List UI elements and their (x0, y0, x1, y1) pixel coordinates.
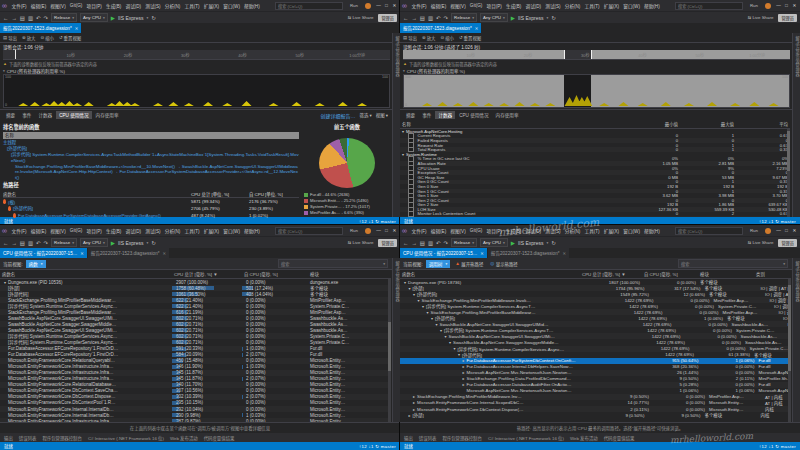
live-share-button[interactable]: ⇆Live Share (748, 240, 774, 245)
functions-col-2[interactable]: 自 CPU [毫秒, %] (242, 271, 308, 277)
menu-item[interactable]: 编辑(E) (429, 228, 448, 234)
filter-dropdown[interactable]: 筛选 ▾ (360, 112, 372, 118)
report-tool-button[interactable]: ⊕放大 (422, 35, 435, 41)
counter-row[interactable]: Number of Active Timers021.33 (400, 216, 790, 217)
nav-back-icon[interactable]: ← (3, 240, 8, 246)
menu-item[interactable]: 编辑(E) (29, 228, 48, 234)
save-icon[interactable]: ▤ (20, 15, 25, 21)
save-icon[interactable]: ▤ (420, 240, 425, 246)
live-share-button[interactable]: ⇆Live Share (748, 15, 774, 20)
panel-tab[interactable]: 输出 (4, 435, 13, 441)
report-tool-button[interactable]: ⊖缩小 (40, 35, 53, 41)
functions-col-1[interactable]: CPU 总计 [毫秒, %] ▼ (172, 271, 242, 277)
functions-col-0[interactable]: 函数名 (0, 271, 172, 277)
start-profile-label[interactable]: IIS Express (518, 15, 544, 21)
menu-item[interactable]: 测试(S) (144, 228, 163, 234)
menu-item[interactable]: 项目(P) (485, 3, 504, 9)
menu-item[interactable]: 视图(V) (449, 228, 468, 234)
menu-item[interactable]: 窗口(W) (222, 3, 242, 9)
col-total-cpu[interactable]: CPU 总计 [单位, %] (191, 191, 249, 197)
refresh-icon[interactable]: ↻ (151, 15, 156, 21)
vertical-scrollbar[interactable] (788, 279, 791, 422)
undo-icon[interactable]: ↶ (36, 15, 41, 21)
minimize-button[interactable]: — (375, 3, 382, 8)
hot-path-link[interactable]: StackExchange.Profiling.MiniProfilerBase… (3, 164, 299, 181)
calltree-col-4[interactable]: 类别 (754, 271, 791, 277)
save-all-icon[interactable]: ▥ (28, 240, 33, 246)
configuration-dropdown[interactable]: Release▾ (51, 13, 77, 22)
tool-tab-item[interactable]: 内存使用率 (493, 111, 522, 119)
report-tool-button[interactable]: ▤导出 (403, 35, 417, 41)
menu-item[interactable]: 生成(B) (104, 228, 123, 234)
function-link[interactable]: (根) (8, 199, 15, 205)
vertical-scrollbar[interactable] (787, 129, 790, 217)
report-tool-button[interactable]: ⊕放大 (22, 35, 35, 41)
report-tool-button[interactable]: ▤导出 (3, 35, 17, 41)
start-profile-label[interactable]: IIS Express (118, 15, 144, 21)
menu-item[interactable]: 生成(B) (504, 228, 523, 234)
panel-tab[interactable]: 代码度量值结果 (204, 435, 235, 441)
hot-path-row[interactable]: [外部代码]2706 (45.79%)230 (3.89%) (3, 205, 299, 212)
function-row[interactable]: Microsoft.EntityFrameworkCore.Infrastruc… (0, 418, 391, 422)
calltree-col-3[interactable]: 模块 (698, 271, 754, 277)
search-input[interactable]: 搜索▾ (678, 259, 788, 268)
menu-item[interactable]: 项目(P) (85, 228, 104, 234)
nav-forward-icon[interactable]: → (411, 15, 416, 21)
menu-item[interactable]: 调试(D) (124, 228, 143, 234)
side-tool-tab[interactable]: 解决方案资源管理器 (792, 33, 800, 217)
close-tab-icon[interactable]: ✕ (75, 26, 79, 31)
close-button[interactable]: ✕ (391, 3, 398, 8)
menu-item[interactable]: 窗口(W) (222, 228, 242, 234)
redo-icon[interactable]: ↷ (44, 15, 49, 21)
timeline-ruler[interactable]: 10秒20秒30秒40秒50秒1:00分钟 (3, 50, 390, 60)
hot-path-row[interactable]: Fur.DatabaseAccessor.FurSystemDatabaseAc… (3, 212, 299, 219)
menu-item[interactable]: 工具(T) (583, 228, 601, 234)
start-debug-icon[interactable]: ▶ (111, 240, 115, 246)
panel-tab[interactable]: 程序包管理器控制台 (42, 435, 82, 441)
maximize-button[interactable]: □ (783, 228, 790, 233)
selection-handle[interactable] (591, 50, 592, 59)
document-tab[interactable]: 报告20220307-1523.diagsession*✕ (488, 248, 569, 258)
menu-item[interactable]: 文件(F) (410, 3, 428, 9)
menu-item[interactable]: 帮助(H) (643, 3, 662, 9)
close-tab-icon[interactable]: ✕ (480, 251, 484, 256)
nav-back-icon[interactable]: ← (403, 15, 408, 21)
menu-item[interactable]: 编辑(E) (429, 3, 448, 9)
maximize-button[interactable]: □ (383, 228, 390, 233)
menu-item[interactable]: 生成(B) (504, 3, 523, 9)
hot-path-link[interactable]: 主线程 (3, 140, 299, 146)
configuration-dropdown[interactable]: Release▾ (451, 238, 477, 247)
panel-tab[interactable]: 错误列表 (419, 435, 437, 441)
scrollbar-thumb[interactable] (787, 131, 790, 171)
quick-search-input[interactable]: 搜索 (Ctrl+Q) (275, 2, 343, 10)
panel-tab[interactable]: 程序包管理器控制台 (442, 435, 482, 441)
tool-tab-item[interactable]: 摘要 (3, 111, 18, 119)
maximize-button[interactable]: □ (783, 3, 790, 8)
menu-item[interactable]: 生成(B) (104, 3, 123, 9)
col-self-cpu[interactable]: 自 CPU [单位, %] (249, 191, 299, 197)
counter-checkbox[interactable] (408, 216, 414, 217)
collapse-icon[interactable]: ▾ (403, 69, 405, 73)
start-debug-icon[interactable]: ▶ (511, 240, 515, 246)
calltree-col-2[interactable]: 自 CPU [毫秒, %] (642, 271, 698, 277)
panel-tab[interactable]: 代码度量值结果 (604, 435, 635, 441)
tool-tab-item[interactable]: 摘要 (403, 111, 418, 119)
panel-tab[interactable]: C# Interactive (.NET Framework 16 位) (88, 435, 164, 441)
user-avatar[interactable] (365, 228, 371, 234)
menu-item[interactable]: 分析(N) (563, 228, 582, 234)
user-avatar[interactable] (765, 3, 771, 9)
functions-col-3[interactable]: 模块 (308, 271, 391, 277)
quick-search-input[interactable]: 搜索 (Ctrl+Q) (275, 227, 343, 235)
menu-item[interactable]: 编辑(E) (29, 3, 48, 9)
menu-item[interactable]: 视图(V) (49, 228, 68, 234)
create-report-link[interactable]: 创建详细报告… (321, 112, 356, 119)
view-selector-dropdown[interactable]: 函数▾ (26, 260, 46, 268)
timeline-selection[interactable] (403, 50, 564, 59)
calltree-col-0[interactable]: 函数名 (400, 271, 580, 277)
counter-col-0[interactable]: 名称 (400, 121, 624, 127)
hot-path-link[interactable]: [外部代码] (3, 146, 299, 152)
close-button[interactable]: ✕ (791, 3, 798, 8)
tool-tab-selected[interactable]: CPU 使用情况 (56, 111, 91, 119)
save-icon[interactable]: ▤ (20, 240, 25, 246)
menu-item[interactable]: 扩展(X) (202, 228, 221, 234)
